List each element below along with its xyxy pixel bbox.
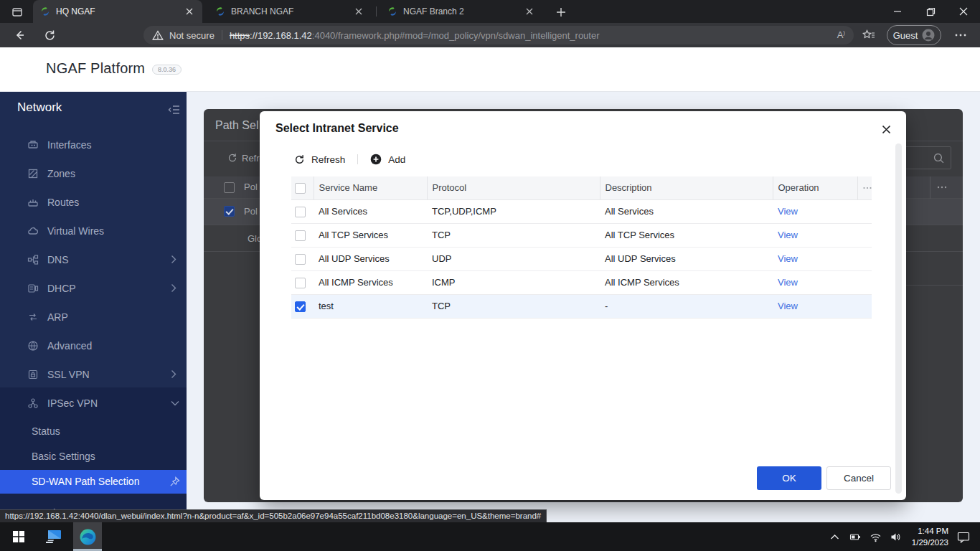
- sidebar-subitem-basic-settings[interactable]: Basic Settings: [32, 444, 175, 468]
- app-header: NGAF Platform 8.0.36 Home SOC Monitor Po…: [0, 47, 980, 92]
- dim-header-checkbox: [224, 182, 235, 193]
- ok-button[interactable]: OK: [757, 466, 821, 490]
- tab-title: BRANCH NGAF: [231, 6, 343, 17]
- dim-column-menu-icon: [937, 186, 947, 189]
- cell-description: All UDP Services: [600, 247, 773, 270]
- select-intranet-service-dialog: Select Intranet Service Refresh Add Serv…: [260, 111, 906, 500]
- tab-close-icon[interactable]: [184, 6, 195, 17]
- interfaces-icon: [27, 139, 39, 151]
- browser-tab-hq-ngaf[interactable]: HQ NGAF: [33, 0, 202, 23]
- sidebar-subitem-sdwan-path-selection[interactable]: SD-WAN Path Selection: [0, 470, 187, 494]
- back-icon[interactable]: [10, 26, 29, 44]
- sidebar-item-routes[interactable]: Routes: [0, 188, 187, 217]
- browser-profile-button[interactable]: Guest: [887, 25, 941, 45]
- sidebar-item-virtual-wires[interactable]: Virtual Wires: [0, 217, 187, 245]
- sidebar-item-ssl-vpn[interactable]: SSL VPN: [0, 360, 187, 389]
- sidebar-collapse-icon[interactable]: [168, 104, 181, 116]
- sidebar-item-interfaces[interactable]: Interfaces: [0, 131, 187, 159]
- dialog-close-icon[interactable]: [878, 121, 894, 137]
- cancel-button[interactable]: Cancel: [826, 466, 891, 490]
- favorites-collections-icon[interactable]: [859, 26, 878, 44]
- arp-icon: [27, 311, 39, 323]
- row-checkbox[interactable]: [295, 207, 306, 217]
- table-row[interactable]: All UDP Services UDP All UDP Services Vi…: [291, 247, 872, 270]
- tab-actions-icon[interactable]: [7, 4, 27, 20]
- view-link[interactable]: View: [778, 206, 798, 217]
- row-checkbox-checked[interactable]: [295, 301, 306, 312]
- table-row[interactable]: All Services TCP,UDP,ICMP All Services V…: [291, 199, 872, 223]
- dhcp-icon: [27, 283, 39, 294]
- sidebar-item-dhcp[interactable]: DHCP: [0, 274, 187, 303]
- cell-protocol: TCP: [427, 223, 600, 247]
- version-badge: 8.0.36: [152, 65, 182, 75]
- cell-service-name: All TCP Services: [314, 223, 427, 247]
- column-service-name: Service Name: [314, 176, 427, 199]
- column-settings-button[interactable]: [857, 176, 872, 199]
- sidebar-item-dns[interactable]: DNS: [0, 245, 187, 274]
- address-bar[interactable]: Not secure https://192.168.1.42:4040/fra…: [143, 26, 854, 44]
- sidebar-item-arp[interactable]: ARP: [0, 303, 187, 331]
- chevron-right-icon: [171, 369, 176, 379]
- reload-icon[interactable]: [40, 26, 59, 44]
- add-button[interactable]: Add: [388, 154, 405, 165]
- tab-title: HQ NGAF: [56, 6, 174, 17]
- sidebar-subitem-status[interactable]: Status: [32, 419, 175, 443]
- notification-center-icon[interactable]: [951, 522, 976, 551]
- cell-protocol: ICMP: [427, 270, 600, 294]
- refresh-icon[interactable]: [294, 154, 305, 165]
- tab-close-icon[interactable]: [524, 6, 535, 17]
- dialog-toolbar: Refresh Add: [294, 151, 405, 167]
- read-aloud-icon[interactable]: A): [837, 29, 845, 40]
- new-tab-icon[interactable]: [551, 4, 571, 20]
- window-close-icon[interactable]: [947, 0, 980, 23]
- browser-more-icon[interactable]: [951, 26, 970, 44]
- profile-name: Guest: [893, 30, 918, 41]
- view-link[interactable]: View: [778, 230, 798, 240]
- view-link[interactable]: View: [778, 301, 798, 311]
- edge-browser-taskbar-icon[interactable]: [73, 522, 102, 551]
- table-row[interactable]: All TCP Services TCP All TCP Services Vi…: [291, 223, 872, 247]
- tab-separator: [376, 6, 377, 17]
- url-path: :4040/framework.php#mod=/mod_policy/vpn/…: [312, 30, 600, 41]
- pin-icon[interactable]: [169, 476, 180, 487]
- column-description: Description: [600, 176, 773, 199]
- tab-close-icon[interactable]: [353, 6, 364, 17]
- view-link[interactable]: View: [778, 253, 798, 264]
- add-icon[interactable]: [370, 154, 382, 165]
- dialog-scrollbar[interactable]: [895, 143, 902, 494]
- ipsec-vpn-icon: [27, 397, 39, 409]
- table-row-selected[interactable]: test TCP - View: [291, 294, 872, 318]
- window-restore-icon[interactable]: [914, 0, 947, 23]
- address-divider: [222, 30, 222, 40]
- window-minimize-icon[interactable]: [881, 0, 914, 23]
- sidebar-item-ipsec-vpn[interactable]: IPSec VPN: [0, 389, 187, 418]
- profile-avatar-icon: [922, 29, 935, 42]
- url-scheme: https: [230, 30, 250, 41]
- intranet-service-table: Service Name Protocol Description Operat…: [291, 176, 872, 319]
- chevron-right-icon: [171, 283, 176, 293]
- row-checkbox[interactable]: [295, 254, 306, 265]
- security-label: Not secure: [169, 30, 215, 41]
- brand-title: NGAF Platform: [46, 60, 145, 77]
- row-checkbox[interactable]: [295, 278, 306, 288]
- taskbar-clock[interactable]: 1:44 PM 1/29/2023: [901, 525, 948, 548]
- desktop-app-icon[interactable]: [40, 522, 69, 551]
- refresh-button[interactable]: Refresh: [311, 154, 345, 165]
- row-checkbox[interactable]: [295, 230, 306, 241]
- start-button-icon[interactable]: [4, 522, 33, 551]
- cell-description: All ICMP Services: [600, 270, 773, 294]
- dim-search-icon: [933, 152, 945, 164]
- browser-tab-ngaf-branch-2[interactable]: NGAF Branch 2: [380, 0, 542, 23]
- sidebar-item-advanced[interactable]: Advanced: [0, 331, 187, 360]
- battery-icon[interactable]: [845, 522, 865, 551]
- sidebar-item-zones[interactable]: Zones: [0, 159, 187, 188]
- table-row[interactable]: All ICMP Services ICMP All ICMP Services…: [291, 270, 872, 294]
- cell-protocol: UDP: [427, 247, 600, 270]
- dim-row-cell: Pol: [244, 206, 258, 217]
- column-operation: Operation: [773, 176, 857, 199]
- view-link[interactable]: View: [778, 277, 798, 288]
- tray-chevron-up-icon[interactable]: [824, 522, 845, 551]
- browser-tab-branch-ngaf[interactable]: BRANCH NGAF: [208, 0, 372, 23]
- select-all-checkbox[interactable]: [295, 183, 306, 194]
- wifi-icon[interactable]: [865, 522, 885, 551]
